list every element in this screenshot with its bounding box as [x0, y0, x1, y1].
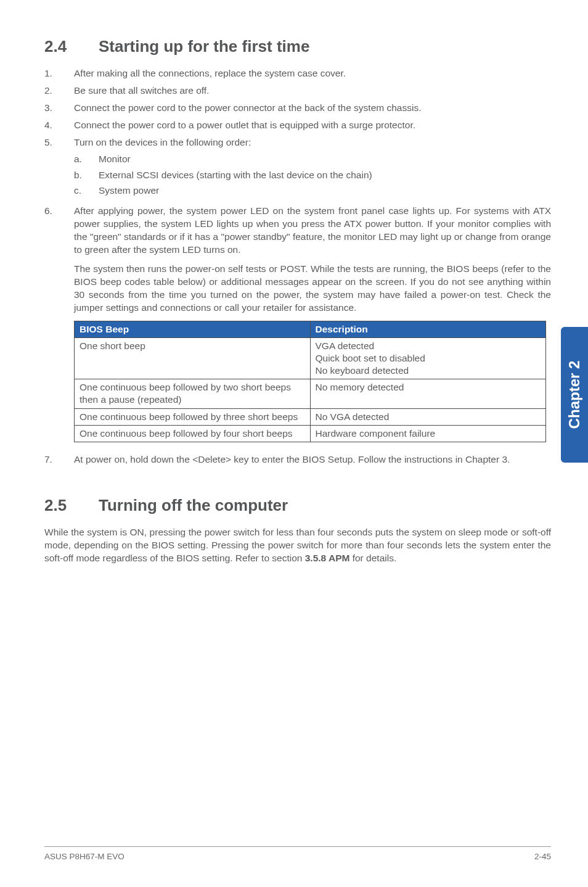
step-text: Be sure that all switches are off.	[74, 85, 551, 97]
chapter-tab: Chapter 2	[561, 327, 588, 463]
step-text: After applying power, the system power L…	[74, 205, 551, 257]
substep-text: External SCSI devices (starting with the…	[99, 169, 551, 182]
list-item: b.External SCSI devices (starting with t…	[74, 169, 551, 182]
steps-list-continued: 7.At power on, hold down the <Delete> ke…	[44, 453, 551, 466]
chapter-tab-label: Chapter 2	[566, 361, 583, 429]
body-text-pre: While the system is ON, pressing the pow…	[44, 527, 551, 563]
step-text: After making all the connections, replac…	[74, 67, 551, 80]
bios-beep-table: BIOS Beep Description One short beep VGA…	[74, 321, 546, 442]
table-cell: One continuous beep followed by three sh…	[75, 408, 311, 425]
list-item: 2.Be sure that all switches are off.	[44, 85, 551, 97]
step-text: At power on, hold down the <Delete> key …	[74, 453, 551, 466]
table-header: BIOS Beep	[75, 321, 311, 337]
section-heading-2-4: 2.4Starting up for the first time	[44, 37, 551, 56]
substep-text: System power	[99, 184, 551, 197]
table-row: One continuous beep followed by four sho…	[75, 425, 546, 442]
step-text: Connect the power cord to the power conn…	[74, 102, 551, 115]
section-number: 2.4	[44, 37, 99, 56]
list-item: c.System power	[74, 184, 551, 197]
table-cell: Hardware component failure	[310, 425, 546, 442]
list-item: 5. Turn on the devices in the following …	[44, 136, 551, 201]
bios-beep-table-container: BIOS Beep Description One short beep VGA…	[74, 321, 546, 442]
step-number: 1.	[44, 67, 74, 80]
page-footer: ASUS P8H67-M EVO 2-45	[44, 846, 551, 861]
body-text-bold: 3.5.8 APM	[305, 553, 350, 563]
step-number: 7.	[44, 453, 74, 466]
table-cell: One continuous beep followed by four sho…	[75, 425, 311, 442]
table-cell: VGA detected Quick boot set to disabled …	[310, 337, 546, 379]
substep-letter: b.	[74, 169, 99, 182]
footer-right: 2-45	[534, 852, 551, 861]
table-cell: No VGA detected	[310, 408, 546, 425]
step-text: Connect the power cord to a power outlet…	[74, 119, 551, 132]
substep-letter: a.	[74, 153, 99, 166]
substep-text: Monitor	[99, 153, 551, 166]
steps-list: 1.After making all the connections, repl…	[44, 67, 551, 257]
step-text: Turn on the devices in the following ord…	[74, 137, 251, 147]
section-number: 2.5	[44, 496, 99, 515]
paragraph: The system then runs the power-on self t…	[74, 263, 551, 315]
list-item: a.Monitor	[74, 153, 551, 166]
footer-left: ASUS P8H67-M EVO	[44, 852, 125, 861]
list-item: 1.After making all the connections, repl…	[44, 67, 551, 80]
list-item: 4.Connect the power cord to a power outl…	[44, 119, 551, 132]
table-cell: No memory detected	[310, 379, 546, 408]
section-heading-2-5: 2.5Turning off the computer	[44, 496, 551, 515]
table-cell: One continuous beep followed by two shor…	[75, 379, 311, 408]
section-title: Starting up for the first time	[99, 37, 309, 56]
step-number: 3.	[44, 102, 74, 115]
step-number: 5.	[44, 136, 74, 201]
table-row: One short beep VGA detected Quick boot s…	[75, 337, 546, 379]
list-item: 7.At power on, hold down the <Delete> ke…	[44, 453, 551, 466]
table-header: Description	[310, 321, 546, 337]
body-text-post: for details.	[349, 553, 396, 563]
table-cell: One short beep	[75, 337, 311, 379]
table-row: One continuous beep followed by two shor…	[75, 379, 546, 408]
table-row: One continuous beep followed by three sh…	[75, 408, 546, 425]
sub-steps-list: a.Monitor b.External SCSI devices (start…	[74, 153, 551, 198]
list-item: 6.After applying power, the system power…	[44, 205, 551, 257]
step-number: 2.	[44, 85, 74, 97]
step-number: 6.	[44, 205, 74, 257]
substep-letter: c.	[74, 184, 99, 197]
step-number: 4.	[44, 119, 74, 132]
list-item: 3.Connect the power cord to the power co…	[44, 102, 551, 115]
section-body: While the system is ON, pressing the pow…	[44, 526, 551, 565]
section-title: Turning off the computer	[99, 496, 288, 514]
